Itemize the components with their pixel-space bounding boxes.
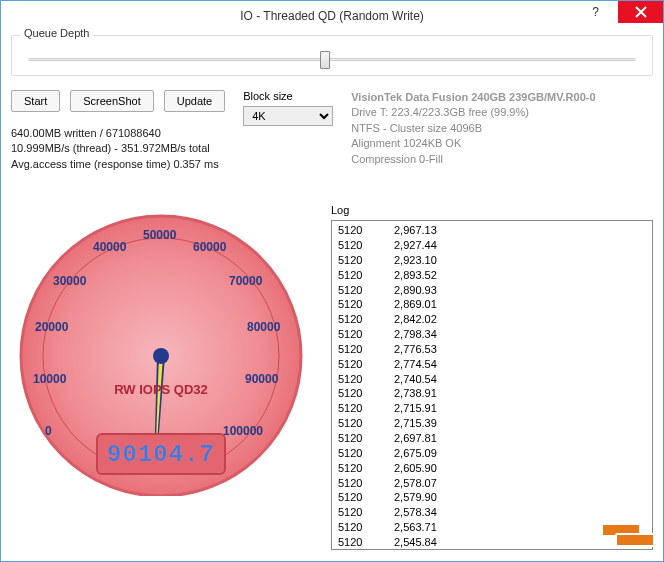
log-row: 51202,774.54	[338, 357, 646, 372]
tick-2: 20000	[35, 320, 68, 334]
main-area: 0 10000 20000 30000 40000 50000 60000 70…	[11, 196, 653, 550]
tick-6: 60000	[193, 240, 226, 254]
update-button[interactable]: Update	[164, 90, 225, 112]
drive-line-4: Compression 0-Fill	[351, 152, 653, 167]
log-row: 51202,776.53	[338, 342, 646, 357]
content: Queue Depth Start ScreenShot Update 640.…	[1, 31, 663, 560]
drive-info: VisionTek Data Fusion 240GB 239GB/MV.R00…	[351, 90, 653, 167]
tick-9: 90000	[245, 372, 278, 386]
log-row: 51202,578.07	[338, 476, 646, 491]
log-row: 51202,923.10	[338, 253, 646, 268]
drive-name: VisionTek Data Fusion 240GB 239GB/MV.R00…	[351, 90, 653, 105]
log-row: 51202,842.02	[338, 312, 646, 327]
log-row: 51202,890.93	[338, 283, 646, 298]
help-button[interactable]: ?	[573, 1, 618, 23]
queue-depth-group: Queue Depth	[11, 35, 653, 76]
log-row: 51202,578.34	[338, 505, 646, 520]
close-button[interactable]	[618, 1, 663, 23]
close-icon	[635, 6, 647, 18]
log-row: 51202,967.13	[338, 223, 646, 238]
slider-track	[28, 58, 636, 61]
tick-4: 40000	[93, 240, 126, 254]
slider-thumb[interactable]	[320, 51, 330, 69]
queue-depth-slider[interactable]	[22, 50, 642, 65]
screenshot-button[interactable]: ScreenShot	[70, 90, 153, 112]
tick-8: 80000	[247, 320, 280, 334]
titlebar: IO - Threaded QD (Random Write) ?	[1, 1, 663, 31]
drive-line-3: Alignment 1024KB OK	[351, 136, 653, 151]
log-row: 51202,740.54	[338, 372, 646, 387]
log-row: 51202,738.91	[338, 386, 646, 401]
log-column: Log 51202,967.1351202,927.4451202,923.10…	[331, 196, 653, 550]
stat-line-1: 640.00MB written / 671088640	[11, 126, 225, 141]
watermark-icon	[601, 517, 657, 551]
tick-7: 70000	[229, 274, 262, 288]
svg-point-4	[153, 348, 169, 364]
gauge-unit: RW IOPS QD32	[114, 382, 208, 397]
log-box[interactable]: 51202,967.1351202,927.4451202,923.105120…	[331, 220, 653, 550]
gauge-lcd: 90104.7	[96, 433, 226, 475]
log-label: Log	[331, 204, 653, 216]
log-row: 51202,715.91	[338, 401, 646, 416]
gauge: 0 10000 20000 30000 40000 50000 60000 70…	[11, 196, 321, 516]
window-title: IO - Threaded QD (Random Write)	[240, 9, 424, 23]
start-button[interactable]: Start	[11, 90, 60, 112]
tick-1: 10000	[33, 372, 66, 386]
window-buttons: ?	[573, 1, 663, 23]
tick-0: 0	[45, 424, 52, 438]
button-row: Start ScreenShot Update	[11, 90, 225, 112]
gauge-value: 90104.7	[107, 441, 215, 468]
controls-row: Start ScreenShot Update 640.00MB written…	[11, 90, 653, 172]
log-row: 51202,869.01	[338, 297, 646, 312]
log-row: 51202,545.84	[338, 535, 646, 550]
log-row: 51202,697.81	[338, 431, 646, 446]
log-row: 51202,798.34	[338, 327, 646, 342]
stat-line-2: 10.999MB/s (thread) - 351.972MB/s total	[11, 141, 225, 156]
log-row: 51202,605.90	[338, 461, 646, 476]
window: IO - Threaded QD (Random Write) ? Queue …	[0, 0, 664, 562]
stats-block: 640.00MB written / 671088640 10.999MB/s …	[11, 126, 225, 172]
log-row: 51202,579.90	[338, 490, 646, 505]
drive-line-2: NTFS - Cluster size 4096B	[351, 121, 653, 136]
stat-line-3: Avg.access time (response time) 0.357 ms	[11, 157, 225, 172]
log-row: 51202,563.71	[338, 520, 646, 535]
log-row: 51202,893.52	[338, 268, 646, 283]
log-row: 51202,927.44	[338, 238, 646, 253]
block-size-label: Block size	[243, 90, 333, 102]
drive-line-1: Drive T: 223.4/223.3GB free (99.9%)	[351, 105, 653, 120]
tick-5: 50000	[143, 228, 176, 242]
tick-10: 100000	[223, 424, 263, 438]
log-row: 51202,675.09	[338, 446, 646, 461]
tick-3: 30000	[53, 274, 86, 288]
queue-depth-label: Queue Depth	[20, 27, 93, 39]
log-row: 51202,715.39	[338, 416, 646, 431]
block-size-select[interactable]: 4K	[243, 106, 333, 126]
block-size-group: Block size 4K	[243, 90, 333, 126]
